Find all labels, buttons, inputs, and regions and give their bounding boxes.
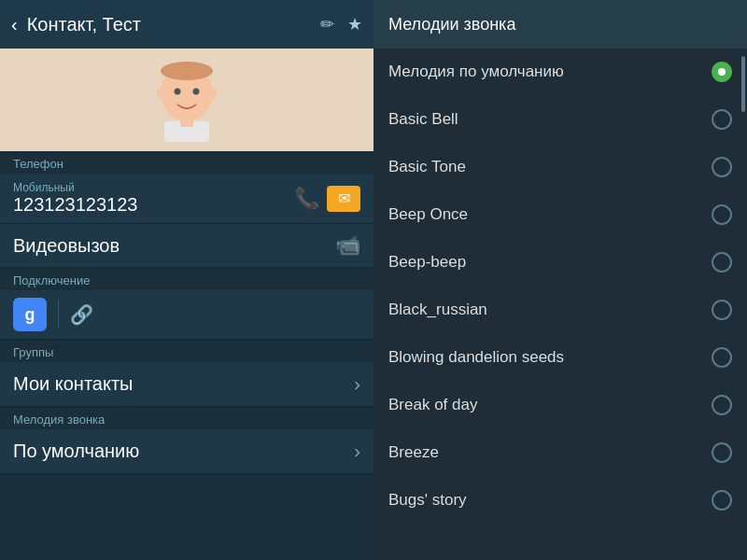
call-button[interactable]: 📞 xyxy=(294,187,319,211)
left-panel: ‹ Контакт, Тест ✏ ★ Телефо xyxy=(0,0,374,560)
message-button[interactable]: ✉ xyxy=(327,186,360,212)
groups-value: Мои контакты xyxy=(13,373,133,395)
ringtone-item-label: Beep Once xyxy=(388,205,468,224)
back-button[interactable]: ‹ xyxy=(11,14,18,35)
link-icon[interactable]: 🔗 xyxy=(70,303,93,326)
ringtone-item[interactable]: Bugs' story xyxy=(374,477,747,525)
ringtone-section-label: Мелодия звонка xyxy=(0,407,374,429)
ringtone-item-label: Beep-beep xyxy=(388,253,466,272)
video-row[interactable]: Видеовызов 📹 xyxy=(0,224,374,268)
ringtone-value: По умолчанию xyxy=(13,441,139,462)
video-label: Видеовызов xyxy=(13,235,120,257)
ringtone-item-label: Basic Tone xyxy=(388,158,466,176)
connection-section-label: Подключение xyxy=(0,268,374,290)
divider xyxy=(58,301,59,329)
ringtone-item[interactable]: Basic Tone xyxy=(374,144,747,191)
ringtone-item[interactable]: Beep-beep xyxy=(374,239,747,287)
google-icon[interactable]: g xyxy=(13,298,47,331)
ringtone-item[interactable]: Beep Once xyxy=(374,191,747,239)
phone-number[interactable]: 123123123123 xyxy=(13,194,137,216)
groups-section-label: Группы xyxy=(0,340,374,362)
svg-point-4 xyxy=(157,88,164,99)
avatar-section xyxy=(0,49,374,151)
radio-button[interactable] xyxy=(712,395,732,415)
mobile-sublabel: Мобильный xyxy=(13,181,137,194)
top-bar: ‹ Контакт, Тест ✏ ★ xyxy=(0,0,374,49)
radio-button[interactable] xyxy=(712,252,732,273)
ringtone-item-label: Basic Bell xyxy=(388,110,458,129)
ringtone-nav-row[interactable]: По умолчанию › xyxy=(0,429,374,474)
connection-row: g 🔗 xyxy=(0,290,374,340)
ringtone-item[interactable]: Black_russian xyxy=(374,287,747,334)
ringtone-item[interactable]: Мелодия по умолчанию xyxy=(374,49,747,96)
radio-button[interactable] xyxy=(712,109,732,130)
scroll-indicator xyxy=(741,56,745,112)
star-icon[interactable]: ★ xyxy=(347,14,362,35)
ringtone-item[interactable]: Basic Bell xyxy=(374,96,747,144)
contact-name-title: Контакт, Тест xyxy=(27,14,311,35)
top-bar-actions: ✏ ★ xyxy=(320,14,362,35)
svg-point-3 xyxy=(193,89,200,95)
phone-icon: 📞 xyxy=(294,187,319,210)
ringtone-item-label: Black_russian xyxy=(388,301,487,319)
radio-button[interactable] xyxy=(712,62,732,82)
phone-row-inner: Мобильный 123123123123 xyxy=(13,181,137,216)
phone-section-label: Телефон xyxy=(0,151,374,174)
phone-row: Мобильный 123123123123 📞 ✉ xyxy=(0,174,374,224)
chevron-right-icon-2: › xyxy=(354,441,360,462)
svg-rect-7 xyxy=(180,118,193,127)
radio-button[interactable] xyxy=(712,490,732,511)
ringtone-item-label: Breeze xyxy=(388,443,439,462)
chevron-right-icon: › xyxy=(354,373,360,395)
ringtone-item-label: Break of day xyxy=(388,396,477,414)
edit-icon[interactable]: ✏ xyxy=(320,14,334,35)
video-icon: 📹 xyxy=(335,233,360,258)
svg-point-2 xyxy=(175,89,181,95)
ringtone-item-label: Bugs' story xyxy=(388,491,467,510)
radio-button[interactable] xyxy=(712,157,732,177)
avatar xyxy=(149,58,224,142)
ringtone-item[interactable]: Break of day xyxy=(374,382,747,429)
groups-nav-row[interactable]: Мои контакты › xyxy=(0,362,374,407)
phone-action-icons: 📞 ✉ xyxy=(294,186,360,212)
ringtone-list: Мелодия по умолчаниюBasic BellBasic Tone… xyxy=(374,49,747,560)
radio-button[interactable] xyxy=(712,347,732,368)
svg-point-1 xyxy=(161,62,213,80)
svg-point-5 xyxy=(209,88,217,99)
ringtone-item-label: Мелодия по умолчанию xyxy=(388,63,564,81)
message-icon: ✉ xyxy=(338,189,350,207)
ringtone-item-label: Blowing dandelion seeds xyxy=(388,348,564,367)
radio-button[interactable] xyxy=(712,442,732,463)
radio-button[interactable] xyxy=(712,204,732,225)
right-panel: Мелодии звонка Мелодия по умолчаниюBasic… xyxy=(374,0,747,560)
ringtone-item[interactable]: Breeze xyxy=(374,429,747,477)
ringtone-list-header: Мелодии звонка xyxy=(374,0,747,49)
radio-button[interactable] xyxy=(712,300,732,320)
ringtone-item[interactable]: Blowing dandelion seeds xyxy=(374,334,747,382)
